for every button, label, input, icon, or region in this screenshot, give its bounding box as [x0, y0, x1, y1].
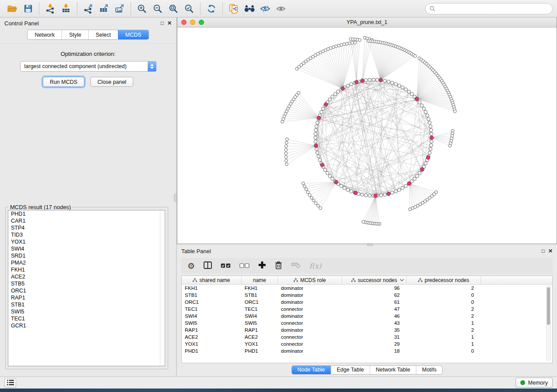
network-node[interactable] — [368, 194, 372, 197]
dominator-node[interactable] — [354, 191, 358, 195]
dominator-node[interactable] — [379, 78, 383, 82]
dominator-node[interactable] — [360, 79, 364, 83]
close-panel-button[interactable]: Close panel — [90, 77, 133, 87]
dominator-node[interactable] — [334, 180, 338, 184]
network-node[interactable] — [407, 90, 411, 93]
criterion-dropdown[interactable]: largest connected component (undirected) — [20, 61, 156, 72]
network-node[interactable] — [428, 121, 432, 124]
dominator-node[interactable] — [408, 182, 412, 186]
column-header-successor-nodes[interactable]: successor nodes — [342, 276, 407, 284]
network-node[interactable] — [328, 98, 332, 101]
open-file-button[interactable] — [5, 2, 19, 16]
mcds-result-item[interactable]: TID3 — [8, 231, 165, 238]
network-node[interactable] — [346, 84, 349, 87]
network-node[interactable] — [284, 152, 287, 155]
network-node[interactable] — [286, 138, 289, 141]
network-node[interactable] — [364, 194, 368, 197]
dominator-node[interactable] — [420, 168, 424, 172]
horizontal-splitter[interactable] — [177, 244, 557, 245]
chevron-down-icon[interactable] — [400, 279, 404, 281]
tab-motifs[interactable]: Motifs — [416, 366, 442, 374]
mcds-result-item[interactable]: CAR1 — [8, 217, 165, 224]
tab-style[interactable]: Style — [62, 30, 88, 39]
network-node[interactable] — [418, 172, 422, 175]
table-row[interactable]: YOX1YOX1connector291 — [182, 340, 552, 347]
network-node[interactable] — [326, 172, 329, 175]
import-network-button[interactable] — [43, 2, 57, 16]
network-node[interactable] — [358, 38, 361, 41]
network-node[interactable] — [324, 168, 327, 172]
network-node[interactable] — [314, 202, 317, 205]
mcds-result-item[interactable]: GCR1 — [8, 322, 165, 329]
network-node[interactable] — [340, 43, 343, 46]
network-canvas[interactable] — [177, 28, 557, 244]
network-node[interactable] — [387, 80, 391, 83]
mcds-result-item[interactable]: TEC1 — [8, 315, 165, 322]
network-node[interactable] — [310, 196, 313, 199]
network-node[interactable] — [383, 193, 387, 196]
network-node[interactable] — [316, 151, 319, 155]
run-mcds-button[interactable]: Run MCDS — [43, 77, 84, 87]
save-session-button[interactable] — [21, 2, 35, 16]
network-node[interactable] — [372, 78, 375, 82]
network-node[interactable] — [315, 125, 318, 128]
network-node[interactable] — [353, 41, 356, 44]
zoom-fit-button[interactable] — [166, 2, 180, 16]
network-node[interactable] — [314, 128, 318, 132]
network-node[interactable] — [308, 193, 311, 196]
network-node[interactable] — [343, 186, 346, 190]
network-node[interactable] — [306, 191, 309, 194]
tab-node-table[interactable]: Node Table — [292, 366, 331, 374]
result-list-scrollbar[interactable] — [160, 210, 165, 366]
deselect-all-columns-button[interactable] — [239, 262, 249, 270]
network-node[interactable] — [303, 185, 306, 188]
network-node[interactable] — [401, 86, 405, 89]
mcds-result-item[interactable]: ACE2 — [8, 273, 165, 280]
float-panel-icon[interactable]: □ — [161, 21, 164, 26]
network-node[interactable] — [413, 177, 416, 181]
network-node[interactable] — [394, 83, 398, 86]
network-node[interactable] — [408, 208, 412, 211]
network-node[interactable] — [343, 43, 346, 46]
table-row[interactable]: SWI4SWI4dominator462 — [182, 313, 552, 320]
dominator-node[interactable] — [355, 80, 359, 84]
network-node[interactable] — [312, 199, 315, 202]
network-node[interactable] — [349, 190, 353, 193]
table-row[interactable]: SWI5SWI5connector431 — [182, 320, 552, 327]
search-input[interactable] — [438, 6, 548, 12]
table-row[interactable]: RAP1RAP1dominator352 — [182, 327, 552, 334]
network-node[interactable] — [429, 148, 432, 151]
table-row[interactable]: PHD1PHD1dominator180 — [182, 347, 552, 354]
duplicate-network-button[interactable] — [227, 2, 241, 16]
splitter-grip[interactable] — [367, 243, 373, 246]
network-node[interactable] — [364, 79, 368, 82]
network-node[interactable] — [429, 125, 432, 128]
network-node[interactable] — [331, 177, 334, 181]
network-node[interactable] — [304, 188, 308, 191]
network-node[interactable] — [322, 107, 325, 110]
network-node[interactable] — [339, 184, 343, 188]
export-image-button[interactable] — [113, 2, 127, 16]
mcds-result-item[interactable]: SWI5 — [8, 308, 165, 315]
network-node[interactable] — [420, 104, 424, 107]
table-row[interactable]: FKH1FKH1dominator962 — [182, 285, 552, 292]
network-node[interactable] — [424, 110, 428, 114]
column-header-name[interactable]: name — [242, 276, 278, 284]
network-node[interactable] — [429, 128, 433, 132]
network-node[interactable] — [368, 78, 372, 82]
mcds-result-item[interactable]: SRD1 — [8, 252, 165, 259]
mcds-result-item[interactable]: ORC1 — [8, 287, 165, 294]
network-node[interactable] — [401, 186, 405, 190]
network-node[interactable] — [297, 91, 300, 94]
table-settings-button[interactable]: ⚙ — [187, 262, 195, 270]
network-node[interactable] — [404, 184, 408, 188]
dominator-node[interactable] — [320, 163, 324, 167]
dominator-node[interactable] — [426, 156, 430, 160]
network-node[interactable] — [318, 158, 322, 162]
dominator-node[interactable] — [387, 192, 391, 196]
network-node[interactable] — [319, 206, 322, 210]
float-panel-icon[interactable]: □ — [542, 248, 545, 254]
mcds-result-item[interactable]: STP4 — [8, 224, 165, 231]
dominator-node[interactable] — [324, 103, 328, 107]
network-window-titlebar[interactable]: YPA_prune.txt_1 — [177, 17, 557, 28]
